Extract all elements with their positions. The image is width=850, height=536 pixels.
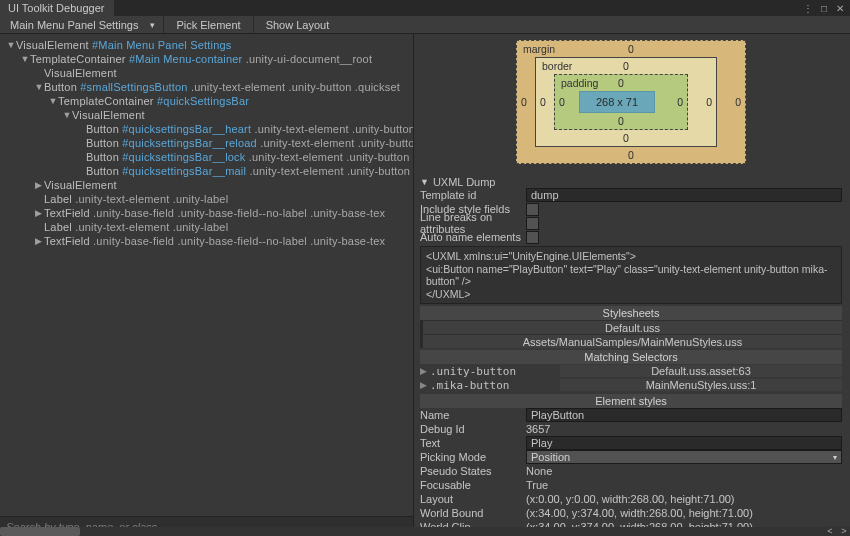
box-model: margin 0 0 0 0 border 0 0 0 0 padding [420, 38, 842, 174]
bm-border-bottom: 0 [623, 132, 629, 144]
chevron-down-icon: ▼ [420, 177, 429, 187]
window-tab[interactable]: UI Toolkit Debugger [0, 0, 114, 16]
bm-margin-right: 0 [735, 96, 741, 108]
show-layout-button[interactable]: Show Layout [256, 16, 340, 33]
chevron-down-icon[interactable]: ▼ [6, 40, 16, 50]
chevron-down-icon[interactable]: ▼ [34, 82, 44, 92]
chevron-down-icon[interactable]: ▼ [20, 54, 30, 64]
tree-row-label: Button #quicksettingsBar__mail .unity-te… [86, 165, 413, 177]
tree-row-label: TemplateContainer #Main Menu-container .… [30, 53, 372, 65]
prop-value: True [526, 479, 842, 491]
selector-source[interactable]: MainMenuStyles.uss:1 [560, 379, 842, 391]
bm-border-right: 0 [706, 96, 712, 108]
prop-label: Layout [420, 493, 526, 505]
chevron-right-icon[interactable]: ▶ [34, 236, 44, 246]
window-close-icon[interactable]: ✕ [834, 2, 846, 14]
bm-margin-top: 0 [628, 43, 634, 55]
scroll-left-icon[interactable]: < [824, 526, 836, 536]
scroll-right-icon[interactable]: > [838, 526, 850, 536]
matching-selectors-header: Matching Selectors [420, 350, 842, 364]
window-title: UI Toolkit Debugger [8, 2, 104, 14]
bm-border-label: border [542, 60, 572, 72]
bm-padding-label: padding [561, 77, 598, 89]
prop-input[interactable]: Play [526, 436, 842, 450]
panel-dropdown[interactable]: Main Menu Panel Settings ▾ [4, 16, 161, 33]
prop-input[interactable]: PlayButton [526, 408, 842, 422]
prop-label: Name [420, 409, 526, 421]
chevron-down-icon: ▾ [150, 20, 155, 30]
prop-label: World Bound [420, 507, 526, 519]
chevron-right-icon[interactable]: ▶ [420, 380, 430, 390]
prop-value: (x:0.00, y:0.00, width:268.00, height:71… [526, 493, 842, 505]
auto-name-checkbox[interactable] [526, 231, 539, 244]
prop-value: 3657 [526, 423, 842, 435]
tree-row[interactable]: ▼TemplateContainer #Main Menu-container … [0, 52, 413, 66]
prop-label: Debug Id [420, 423, 526, 435]
tree-row-label: Label .unity-text-element .unity-label [44, 221, 228, 233]
tree-row-label: Button #smallSettingsButton .unity-text-… [44, 81, 400, 93]
stylesheet-item[interactable]: Default.uss [420, 320, 842, 334]
tree-row[interactable]: •Label .unity-text-element .unity-label [0, 220, 413, 234]
bm-padding-left: 0 [559, 96, 565, 108]
title-bar: UI Toolkit Debugger ⋮ □ ✕ [0, 0, 850, 16]
template-id-input[interactable]: dump [526, 188, 842, 202]
toolbar: Main Menu Panel Settings ▾ Pick Element … [0, 16, 850, 34]
tree-row[interactable]: •Button #quicksettingsBar__mail .unity-t… [0, 164, 413, 178]
tree-row[interactable]: ▼VisualElement [0, 108, 413, 122]
pick-element-button[interactable]: Pick Element [166, 16, 250, 33]
element-styles-header: Element styles [420, 394, 842, 408]
tree-row[interactable]: ▼Button #smallSettingsButton .unity-text… [0, 80, 413, 94]
tree-row-label: Button #quicksettingsBar__reload .unity-… [86, 137, 413, 149]
tree-row[interactable]: ▶TextField .unity-base-field .unity-base… [0, 206, 413, 220]
line-breaks-checkbox[interactable] [526, 217, 539, 230]
window-maximize-icon[interactable]: □ [818, 2, 830, 14]
auto-name-label: Auto name elements [420, 231, 526, 243]
tree-row-label: VisualElement [72, 109, 145, 121]
chevron-right-icon[interactable]: ▶ [420, 366, 430, 376]
tree-row[interactable]: •VisualElement [0, 66, 413, 80]
tree-row-label: TextField .unity-base-field .unity-base-… [44, 235, 385, 247]
bm-margin-bottom: 0 [628, 149, 634, 161]
chevron-right-icon[interactable]: ▶ [34, 208, 44, 218]
tree-row[interactable]: ▼VisualElement #Main Menu Panel Settings [0, 38, 413, 52]
tree-row[interactable]: ▶TextField .unity-base-field .unity-base… [0, 234, 413, 248]
hierarchy-tree[interactable]: ▼VisualElement #Main Menu Panel Settings… [0, 34, 413, 516]
bm-border-top: 0 [623, 60, 629, 72]
bm-padding-bottom: 0 [618, 115, 624, 127]
chevron-down-icon[interactable]: ▼ [62, 110, 72, 120]
tree-row-label: VisualElement [44, 67, 117, 79]
scrollbar-thumb[interactable] [0, 527, 80, 536]
tree-row[interactable]: ▶VisualElement [0, 178, 413, 192]
bm-border-left: 0 [540, 96, 546, 108]
stylesheets-header: Stylesheets [420, 306, 842, 320]
bm-margin-label: margin [523, 43, 555, 55]
tree-row[interactable]: •Label .unity-text-element .unity-label [0, 192, 413, 206]
tree-row[interactable]: ▼TemplateContainer #quickSettingsBar [0, 94, 413, 108]
uxml-dump-foldout[interactable]: ▼ UXML Dump [420, 176, 842, 188]
window-menu-icon[interactable]: ⋮ [802, 2, 814, 14]
tree-row[interactable]: •Button #quicksettingsBar__reload .unity… [0, 136, 413, 150]
stylesheet-item[interactable]: Assets/ManualSamples/MainMenuStyles.uss [420, 334, 842, 348]
prop-label: Pseudo States [420, 465, 526, 477]
tree-row-label: Label .unity-text-element .unity-label [44, 193, 228, 205]
chevron-down-icon[interactable]: ▼ [48, 96, 58, 106]
include-style-checkbox[interactable] [526, 203, 539, 216]
tree-row-label: Button #quicksettingsBar__heart .unity-t… [86, 123, 413, 135]
tree-row-label: VisualElement #Main Menu Panel Settings [16, 39, 232, 51]
template-id-label: Template id [420, 189, 526, 201]
horizontal-scrollbar[interactable]: < > [0, 527, 850, 536]
panel-dropdown-label: Main Menu Panel Settings [10, 19, 138, 31]
prop-value: (x:34.00, y:374.00, width:268.00, height… [526, 507, 842, 519]
prop-label: Text [420, 437, 526, 449]
tree-row[interactable]: •Button #quicksettingsBar__lock .unity-t… [0, 150, 413, 164]
selector-name: .unity-button [430, 365, 560, 378]
prop-dropdown[interactable]: Position▾ [526, 450, 842, 464]
tree-row-label: VisualElement [44, 179, 117, 191]
tree-row[interactable]: •Button #quicksettingsBar__heart .unity-… [0, 122, 413, 136]
uxml-dump-code[interactable]: <UXML xmlns:ui="UnityEngine.UIElements">… [420, 246, 842, 304]
prop-value: None [526, 465, 842, 477]
prop-label: Focusable [420, 479, 526, 491]
bm-padding-right: 0 [677, 96, 683, 108]
selector-source[interactable]: Default.uss.asset:63 [560, 365, 842, 377]
chevron-right-icon[interactable]: ▶ [34, 180, 44, 190]
